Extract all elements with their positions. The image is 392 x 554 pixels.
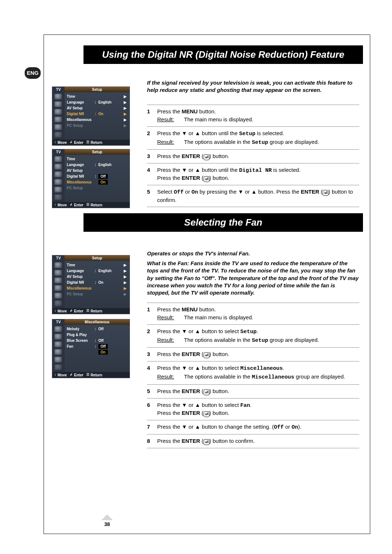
osd-row-sep: : <box>94 100 97 104</box>
osd-row-val: English <box>97 269 123 273</box>
page-number-arrow <box>101 514 113 520</box>
osd-footer: ↕Move ↲Enter ☰Return <box>52 308 130 314</box>
step-number: 4 <box>147 166 157 182</box>
osd-row-key: Time <box>67 263 94 267</box>
osd-title: Miscellaneous <box>65 319 130 325</box>
step: 3 Press the ENTER (⏎) button. <box>147 348 359 361</box>
osd-row: AV Setup ▶ <box>67 105 128 111</box>
return-icon: ☰ <box>86 373 89 377</box>
osd-row-val: Off <box>97 174 123 179</box>
osd-side-icon <box>54 262 62 268</box>
move-icon: ↕ <box>54 203 56 207</box>
osd-footer: ↕Move ↲Enter ☰Return <box>52 139 130 145</box>
osd-tv-label: TV <box>52 255 65 261</box>
osd-side-icon <box>54 278 62 284</box>
enter-button-icon: ⏎ <box>204 176 209 182</box>
osd-row-sep: : <box>94 280 97 284</box>
step: 2 Press the ▼ or ▲ button to select Setu… <box>147 325 359 348</box>
step: 5 Select Off or On by pressing the ▼ or … <box>147 185 359 207</box>
osd-side-icon <box>54 326 62 332</box>
step-number: 1 <box>147 306 157 322</box>
osd-move: Move <box>58 373 67 377</box>
osd-row-key: PC Setup <box>67 124 94 128</box>
result-label: Result: <box>157 373 184 381</box>
osd-row-key: Language <box>67 163 94 167</box>
enter-icon: ↲ <box>70 373 73 377</box>
step: 8 Press the ENTER (⏎) button to confirm. <box>147 434 359 448</box>
osd-side <box>52 325 65 372</box>
osd-row-key: Time <box>67 94 94 98</box>
osd-row-arrow: ▶ <box>123 106 128 110</box>
step: 4 Press the ▼ or ▲ button until the Digi… <box>147 163 359 185</box>
osd-row-key: Fan <box>67 344 94 348</box>
result-text: The options available in the Miscellaneo… <box>184 373 345 381</box>
osd-row-val: English <box>97 100 123 104</box>
osd-row-arrow: ▶ <box>123 292 128 296</box>
osd-side <box>52 155 65 202</box>
step-text: Press the ▼ or ▲ button to select Miscel… <box>157 364 359 372</box>
result-text: The main menu is displayed. <box>184 116 253 123</box>
step: 5 Press the ENTER (⏎) button. <box>147 385 359 399</box>
return-icon: ☰ <box>86 309 89 313</box>
move-icon: ↕ <box>54 309 56 313</box>
osd-row-key: Miscellaneous <box>67 180 94 184</box>
move-icon: ↕ <box>54 373 56 377</box>
osd-row-key: Blue Screen <box>67 339 94 343</box>
osd-row-key: Language <box>67 100 94 104</box>
osd-row: PC Setup <box>67 185 128 191</box>
osd-row-val: On <box>97 350 123 355</box>
result-label: Result: <box>157 314 184 321</box>
manual-page: ENG Using the Digital NR (Digital Noise … <box>0 0 392 554</box>
result-label: Result: <box>157 138 184 146</box>
osd-side-icon <box>54 270 62 276</box>
osd-row-val: Off <box>97 339 123 343</box>
osd-header: TV Setup <box>52 87 130 92</box>
osd-row-key: Plug & Play <box>67 333 94 337</box>
step-result: Result: The main menu is displayed. <box>157 314 359 321</box>
section-title-digital-nr: Using the Digital NR (Digital Noise Redu… <box>83 45 363 64</box>
osd-row-key: PC Setup <box>67 186 94 190</box>
step-text: Press the ▼ or ▲ button until the Setup … <box>157 130 359 138</box>
osd-row-arrow: ▶ <box>123 112 128 116</box>
step: 4 Press the ▼ or ▲ button to select Misc… <box>147 361 359 385</box>
osd-row-key: AV Setup <box>67 169 94 173</box>
step-text: Press the ENTER (⏎) button. <box>157 153 359 160</box>
osd-pane: TV Setup Time Language : English AV Setu… <box>52 149 130 208</box>
osd-row-sep: : <box>94 339 97 343</box>
result-text: The options available in the Setup group… <box>184 336 319 344</box>
step-text: Press the ENTER (⏎) button. <box>157 351 359 358</box>
enter-button-icon: ⏎ <box>204 439 209 445</box>
step-text: Press the ▼ or ▲ button to select Fan.Pr… <box>157 401 359 417</box>
osd-row: Digital NR : Off <box>67 173 128 179</box>
osd-pane: TV Setup Time ▶ Language : English ▶ AV … <box>52 255 130 314</box>
osd-row-arrow: ▶ <box>123 124 128 128</box>
osd-row: Melody : Off <box>67 326 128 332</box>
osd-row-key: Melody <box>67 327 94 331</box>
return-icon: ☰ <box>86 203 89 207</box>
osd-row: Time <box>67 156 128 162</box>
osd-row: Time ▶ <box>67 93 128 99</box>
osd-row: PC Setup ▶ <box>67 291 128 297</box>
osd-side-icon <box>54 364 62 371</box>
osd-row-sep: : <box>94 269 97 273</box>
enter-icon: ↲ <box>70 203 73 207</box>
osd-side-icon <box>54 124 62 130</box>
step-number: 2 <box>147 130 157 147</box>
osd-row-arrow: ▶ <box>123 280 128 284</box>
intro-fan-body: What is the Fan: Fans inside the TV are … <box>147 260 359 296</box>
osd-side-icon <box>54 194 62 201</box>
osd-row: Language : English ▶ <box>67 99 128 105</box>
osd-row-val: Off <box>97 327 123 331</box>
osd-tv-label: TV <box>52 87 65 92</box>
step-number: 5 <box>147 188 157 204</box>
osd-side-icon <box>54 171 62 178</box>
osd-row: Blue Screen : Off <box>67 337 128 343</box>
enter-button-icon: ⏎ <box>204 411 209 417</box>
osd-row: Language : English <box>67 162 128 167</box>
osd-row-arrow: ▶ <box>123 263 128 267</box>
osd-row-val: On <box>97 112 123 116</box>
osd-side-icon <box>54 341 62 348</box>
osd-enter: Enter <box>74 141 83 145</box>
osd-row-sep: : <box>94 163 97 167</box>
osd-side-icon <box>54 109 62 115</box>
